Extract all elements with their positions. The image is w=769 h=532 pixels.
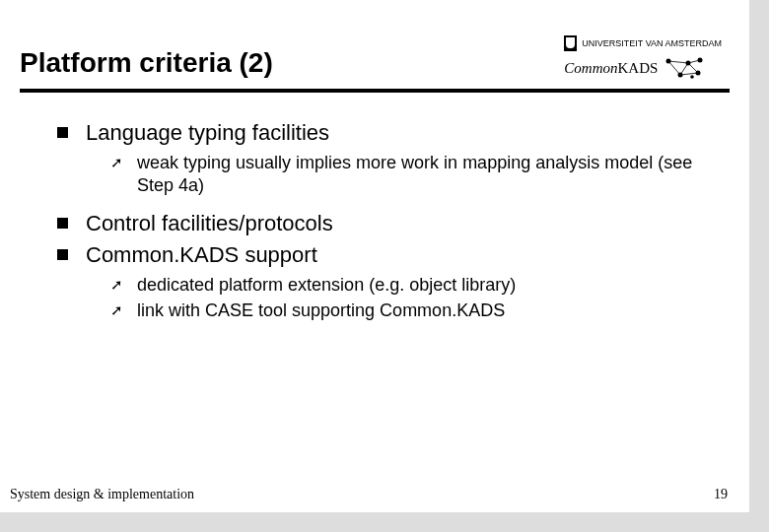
commonkads-logo: CommonKADS	[564, 55, 706, 81]
sub-bullet-text: link with CASE tool supporting Common.KA…	[137, 299, 505, 322]
svg-point-7	[678, 73, 683, 78]
arrow-bullet-icon: ➚	[110, 154, 123, 171]
bullet-text: Language typing facilities	[86, 120, 329, 146]
commonkads-logo-italic: Common	[564, 60, 617, 76]
svg-point-10	[696, 71, 701, 76]
bullet-text: Common.KADS support	[86, 242, 317, 268]
svg-line-0	[668, 61, 680, 75]
sub-list: ➚ weak typing usually implies more work …	[57, 152, 714, 197]
svg-point-9	[698, 58, 703, 63]
content-area: Language typing facilities ➚ weak typing…	[0, 93, 749, 322]
arrow-bullet-icon: ➚	[110, 301, 123, 319]
uva-logo: UNIVERSITEIT VAN AMSTERDAM	[564, 35, 722, 51]
arrow-bullet-icon: ➚	[110, 276, 123, 294]
footer-text: System design & implementation	[10, 487, 194, 502]
sub-bullet-text: weak typing usually implies more work in…	[137, 152, 714, 197]
sub-bullet-item: ➚ weak typing usually implies more work …	[110, 152, 714, 197]
sub-list: ➚ dedicated platform extension (e.g. obj…	[57, 274, 714, 322]
square-bullet-icon	[57, 249, 68, 260]
commonkads-network-icon	[663, 55, 706, 81]
sub-bullet-item: ➚ dedicated platform extension (e.g. obj…	[110, 274, 714, 297]
bullet-text: Control facilities/protocols	[86, 211, 333, 236]
logo-group: UNIVERSITEIT VAN AMSTERDAM CommonKADS	[564, 35, 722, 81]
svg-line-1	[668, 61, 688, 63]
square-bullet-icon	[57, 127, 68, 138]
slide: Platform criteria (2) UNIVERSITEIT VAN A…	[0, 0, 749, 512]
svg-point-6	[666, 59, 671, 64]
square-bullet-icon	[57, 218, 68, 229]
slide-title: Platform criteria (2)	[20, 35, 273, 79]
bullet-item: Control facilities/protocols	[57, 211, 714, 236]
svg-point-11	[691, 75, 695, 79]
sub-bullet-item: ➚ link with CASE tool supporting Common.…	[110, 299, 714, 322]
svg-line-5	[680, 73, 698, 75]
uva-logo-text: UNIVERSITEIT VAN AMSTERDAM	[582, 38, 722, 48]
commonkads-logo-plain: KADS	[617, 60, 658, 76]
bullet-item: Language typing facilities	[57, 120, 714, 146]
page-number: 19	[714, 487, 728, 502]
page-shadow-bottom	[0, 512, 769, 532]
bullet-item: Common.KADS support	[57, 242, 714, 268]
header: Platform criteria (2) UNIVERSITEIT VAN A…	[0, 0, 749, 81]
page-shadow-right	[749, 0, 769, 532]
uva-crest-icon	[564, 35, 577, 51]
footer: System design & implementation 19	[10, 487, 728, 502]
svg-point-8	[686, 61, 691, 66]
sub-bullet-text: dedicated platform extension (e.g. objec…	[137, 274, 516, 297]
